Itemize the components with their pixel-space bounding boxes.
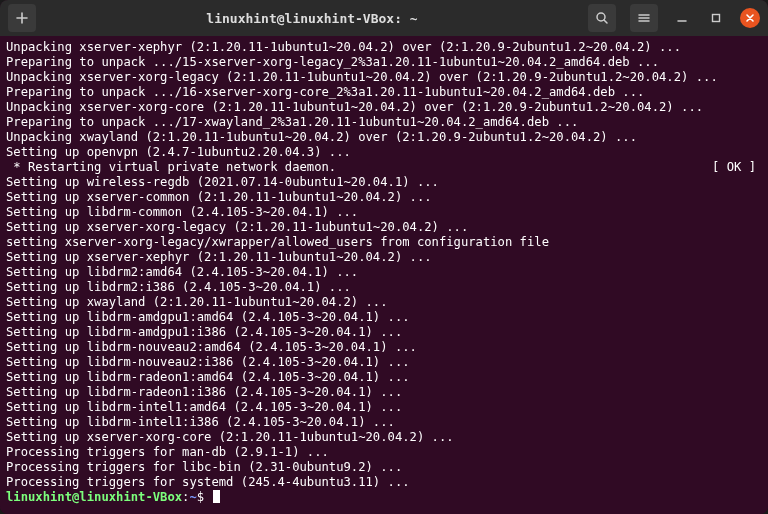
svg-rect-1	[713, 15, 720, 22]
terminal-line: Setting up openvpn (2.4.7-1ubuntu2.20.04…	[6, 145, 762, 160]
window-title: linuxhint@linuxhint-VBox: ~	[44, 11, 580, 26]
ok-status: [ OK ]	[712, 160, 762, 175]
minimize-button[interactable]	[672, 8, 692, 28]
terminal-line: Preparing to unpack .../15-xserver-xorg-…	[6, 55, 762, 70]
maximize-button[interactable]	[706, 8, 726, 28]
terminal-line: Setting up libdrm-amdgpu1:i386 (2.4.105-…	[6, 325, 762, 340]
terminal-line: Setting up xserver-xorg-legacy (2:1.20.1…	[6, 220, 762, 235]
new-tab-button[interactable]	[8, 4, 36, 32]
terminal-line: Setting up wireless-regdb (2021.07.14-0u…	[6, 175, 762, 190]
search-button[interactable]	[588, 4, 616, 32]
search-icon	[595, 11, 609, 25]
terminal-line: Setting up libdrm-radeon1:amd64 (2.4.105…	[6, 370, 762, 385]
prompt-userhost: linuxhint@linuxhint-VBox	[6, 490, 182, 504]
terminal-line: Setting up xserver-xephyr (2:1.20.11-1ub…	[6, 250, 762, 265]
prompt-line: linuxhint@linuxhint-VBox:~$	[6, 490, 762, 505]
terminal-line: Processing triggers for man-db (2.9.1-1)…	[6, 445, 762, 460]
terminal-line: Setting up libdrm-amdgpu1:amd64 (2.4.105…	[6, 310, 762, 325]
terminal-line: Processing triggers for libc-bin (2.31-0…	[6, 460, 762, 475]
terminal-line: Unpacking xserver-xorg-legacy (2:1.20.11…	[6, 70, 762, 85]
terminal-line: Setting up libdrm-intel1:amd64 (2.4.105-…	[6, 400, 762, 415]
terminal-line: Preparing to unpack .../16-xserver-xorg-…	[6, 85, 762, 100]
close-icon	[745, 13, 755, 23]
terminal-line: Processing triggers for systemd (245.4-4…	[6, 475, 762, 490]
restart-msg: * Restarting virtual private network dae…	[6, 160, 336, 175]
prompt-dollar: $	[197, 490, 212, 504]
cursor	[213, 490, 220, 503]
terminal-line: Setting up xwayland (2:1.20.11-1ubuntu1~…	[6, 295, 762, 310]
prompt-path: ~	[189, 490, 196, 504]
titlebar: linuxhint@linuxhint-VBox: ~	[0, 0, 768, 36]
terminal-line: Setting up libdrm-intel1:i386 (2.4.105-3…	[6, 415, 762, 430]
maximize-icon	[710, 12, 722, 24]
terminal-line: Setting up libdrm-radeon1:i386 (2.4.105-…	[6, 385, 762, 400]
terminal-line: Setting up libdrm-nouveau2:i386 (2.4.105…	[6, 355, 762, 370]
plus-icon	[15, 11, 29, 25]
hamburger-icon	[637, 11, 651, 25]
terminal-line: setting xserver-xorg-legacy/xwrapper/all…	[6, 235, 762, 250]
terminal-body[interactable]: Unpacking xserver-xephyr (2:1.20.11-1ubu…	[0, 36, 768, 514]
restart-status-line: * Restarting virtual private network dae…	[6, 160, 762, 175]
terminal-line: Setting up libdrm-common (2.4.105-3~20.0…	[6, 205, 762, 220]
terminal-line: Preparing to unpack .../17-xwayland_2%3a…	[6, 115, 762, 130]
terminal-line: Setting up libdrm2:amd64 (2.4.105-3~20.0…	[6, 265, 762, 280]
terminal-line: Unpacking xserver-xorg-core (2:1.20.11-1…	[6, 100, 762, 115]
terminal-window: linuxhint@linuxhint-VBox: ~ Unpacking xs…	[0, 0, 768, 514]
terminal-line: Unpacking xserver-xephyr (2:1.20.11-1ubu…	[6, 40, 762, 55]
menu-button[interactable]	[630, 4, 658, 32]
terminal-line: Setting up libdrm-nouveau2:amd64 (2.4.10…	[6, 340, 762, 355]
minimize-icon	[676, 12, 688, 24]
terminal-line: Setting up xserver-common (2:1.20.11-1ub…	[6, 190, 762, 205]
terminal-line: Unpacking xwayland (2:1.20.11-1ubuntu1~2…	[6, 130, 762, 145]
close-button[interactable]	[740, 8, 760, 28]
terminal-line: Setting up libdrm2:i386 (2.4.105-3~20.04…	[6, 280, 762, 295]
terminal-line: Setting up xserver-xorg-core (2:1.20.11-…	[6, 430, 762, 445]
